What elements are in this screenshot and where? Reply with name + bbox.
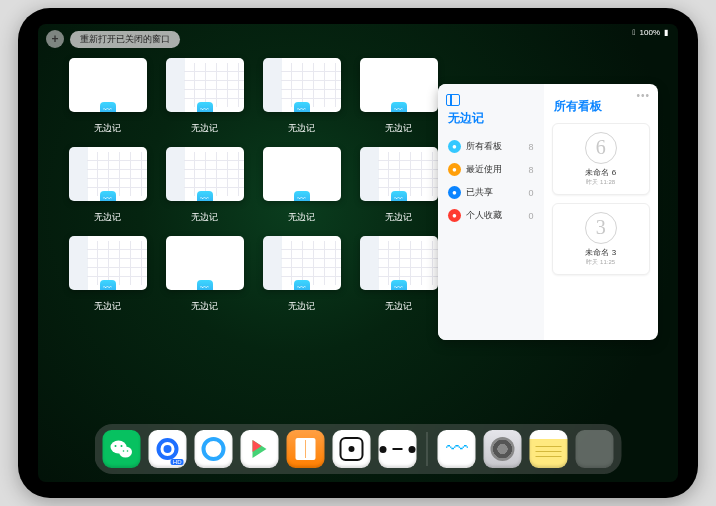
top-bar: + 重新打开已关闭的窗口 [46,30,180,48]
svg-point-4 [123,450,125,452]
thumbnail-preview: 〰 [360,236,438,290]
qq-icon [157,438,179,460]
gear-icon [491,437,515,461]
sidebar-item-icon: ● [448,140,461,153]
sidebar-item[interactable]: ●已共享0 [446,181,536,204]
board-subtitle: 昨天 11:25 [586,258,615,267]
thumbnail-label: 无边记 [385,211,412,224]
board-card[interactable]: 3未命名 3昨天 11:25 [552,203,650,275]
window-thumbnail[interactable]: 〰无边记 [68,147,147,224]
thumbnail-preview: 〰 [360,147,438,201]
dock-app-connect[interactable] [379,430,417,468]
thumbnail-preview: 〰 [360,58,438,112]
dock-app-wechat[interactable] [103,430,141,468]
thumbnail-preview: 〰 [166,147,244,201]
app-switcher-grid: 〰无边记〰无边记〰无边记〰无边记〰无边记〰无边记〰无边记〰无边记〰无边记〰无边记… [68,58,438,313]
qqbrowser-icon [202,437,226,461]
status-bar: 􀙇 100% ▮ [633,28,668,37]
dock-app-qqbrowser[interactable] [195,430,233,468]
sidebar-item[interactable]: ●个人收藏0 [446,204,536,227]
window-thumbnail[interactable]: 〰无边记 [68,236,147,313]
play-icon [253,440,267,458]
panel-sidebar: 无边记 ●所有看板8●最近使用8●已共享0●个人收藏0 [438,84,544,340]
boards-list: 6未命名 6昨天 11:283未命名 3昨天 11:25 [552,123,650,275]
sidebar-item-icon: ● [448,186,461,199]
connect-icon [380,446,416,453]
window-thumbnail[interactable]: 〰无边记 [359,58,438,135]
thumbnail-preview: 〰 [263,58,341,112]
window-thumbnail[interactable]: 〰无边记 [165,58,244,135]
window-thumbnail[interactable]: 〰无边记 [359,147,438,224]
thumbnail-label: 无边记 [288,300,315,313]
dock-app-settings[interactable] [484,430,522,468]
dock-app-books[interactable] [287,430,325,468]
board-sketch-icon: 3 [585,212,617,244]
dock-app-video[interactable] [241,430,279,468]
svg-point-3 [121,445,123,447]
dock-app-freeform[interactable]: 〰 [438,430,476,468]
freeform-app-badge-icon: 〰 [100,102,116,112]
thumbnail-preview: 〰 [69,58,147,112]
thumbnail-label: 无边记 [385,300,412,313]
more-icon[interactable]: ••• [636,90,650,101]
sidebar-item-label: 个人收藏 [466,209,502,222]
window-thumbnail[interactable]: 〰无边记 [262,58,341,135]
sidebar-toggle-icon[interactable] [446,94,460,106]
dock-app-notes[interactable] [530,430,568,468]
screen: 􀙇 100% ▮ + 重新打开已关闭的窗口 〰无边记〰无边记〰无边记〰无边记〰无… [38,24,678,482]
dock-app-dice[interactable] [333,430,371,468]
sidebar-item-label: 已共享 [466,186,493,199]
thumbnail-label: 无边记 [191,122,218,135]
board-title: 未命名 3 [585,247,616,258]
book-icon [296,438,316,460]
freeform-app-badge-icon: 〰 [294,280,310,290]
thumbnail-label: 无边记 [94,300,121,313]
dice-icon [340,437,364,461]
reopen-label: 重新打开已关闭的窗口 [80,34,170,44]
sidebar-menu: ●所有看板8●最近使用8●已共享0●个人收藏0 [446,135,536,227]
window-thumbnail[interactable]: 〰无边记 [165,236,244,313]
thumbnail-label: 无边记 [191,300,218,313]
reopen-closed-window-button[interactable]: 重新打开已关闭的窗口 [70,31,180,48]
sidebar-item-icon: ● [448,209,461,222]
freeform-app-badge-icon: 〰 [294,102,310,112]
dock-app-qq[interactable]: HD [149,430,187,468]
svg-point-2 [115,445,117,447]
freeform-app-badge-icon: 〰 [197,102,213,112]
battery-icon: ▮ [664,28,668,37]
window-thumbnail[interactable]: 〰无边记 [359,236,438,313]
freeform-app-badge-icon: 〰 [197,191,213,201]
window-thumbnail[interactable]: 〰无边记 [262,147,341,224]
sidebar-item-label: 最近使用 [466,163,502,176]
wifi-icon: 􀙇 [633,28,636,37]
board-title: 未命名 6 [585,167,616,178]
sidebar-item-label: 所有看板 [466,140,502,153]
sidebar-item-count: 8 [529,142,534,152]
thumbnail-label: 无边记 [385,122,412,135]
dock: HD 〰 [95,424,622,474]
dock-separator [427,432,428,466]
dock-app-folder[interactable] [576,430,614,468]
thumbnail-preview: 〰 [166,236,244,290]
board-sketch-icon: 6 [585,132,617,164]
thumbnail-label: 无边记 [94,122,121,135]
window-thumbnail[interactable]: 〰无边记 [68,58,147,135]
window-thumbnail[interactable]: 〰无边记 [262,236,341,313]
thumbnail-preview: 〰 [69,236,147,290]
wechat-icon [110,438,134,460]
new-window-button[interactable]: + [46,30,64,48]
thumbnail-preview: 〰 [263,147,341,201]
panel-content: ••• 所有看板 6未命名 6昨天 11:283未命名 3昨天 11:25 [544,84,658,340]
battery-percent: 100% [640,28,660,37]
thumbnail-label: 无边记 [288,211,315,224]
board-card[interactable]: 6未命名 6昨天 11:28 [552,123,650,195]
hd-badge: HD [171,459,184,465]
sidebar-item[interactable]: ●最近使用8 [446,158,536,181]
freeform-app-badge-icon: 〰 [391,102,407,112]
thumbnail-preview: 〰 [69,147,147,201]
window-thumbnail[interactable]: 〰无边记 [165,147,244,224]
freeform-app-badge-icon: 〰 [100,191,116,201]
sidebar-item[interactable]: ●所有看板8 [446,135,536,158]
freeform-app-badge-icon: 〰 [391,280,407,290]
sidebar-item-count: 0 [529,211,534,221]
